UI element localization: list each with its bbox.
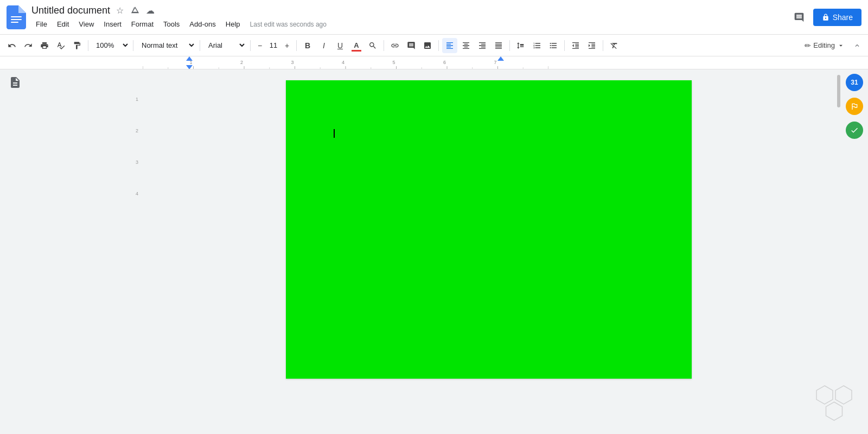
print-button[interactable]	[37, 38, 52, 53]
justify-button[interactable]	[491, 38, 506, 53]
svg-rect-0	[11, 16, 22, 17]
title-bar: Untitled document ☆ ☁ File Edit View Ins…	[0, 0, 868, 35]
document-title-row: Untitled document ☆ ☁	[31, 4, 789, 17]
menu-format[interactable]: Format	[127, 18, 158, 30]
vertical-ruler: 1 2 3 4	[133, 69, 141, 434]
title-icons: ☆ ☁	[113, 4, 157, 17]
editing-mode-select[interactable]: ✏ Editing	[800, 39, 850, 53]
menu-edit[interactable]: Edit	[53, 18, 73, 30]
divider-5	[296, 40, 297, 51]
divider-6	[384, 40, 384, 51]
last-edit-status: Last edit was seconds ago	[250, 21, 327, 28]
title-bar-right: Share	[789, 8, 861, 27]
editing-mode-label: Editing	[813, 41, 835, 49]
calendar-date-number: 31	[851, 79, 858, 86]
svg-rect-2	[11, 22, 18, 23]
numbered-list-button[interactable]	[529, 38, 545, 53]
font-size-decrease-button[interactable]: −	[254, 39, 265, 53]
font-size-increase-button[interactable]: +	[282, 39, 292, 53]
svg-text:2: 2	[240, 60, 243, 65]
line-spacing-button[interactable]	[513, 38, 528, 53]
font-size-area: − +	[254, 38, 293, 53]
divider-8	[509, 40, 510, 51]
menu-help[interactable]: Help	[221, 18, 245, 30]
highlight-button[interactable]	[365, 38, 380, 53]
svg-text:7: 7	[494, 60, 496, 65]
svg-marker-32	[497, 56, 504, 61]
svg-rect-1	[11, 19, 22, 20]
bold-button[interactable]: B	[300, 38, 315, 53]
right-sidebar: 31	[841, 69, 868, 434]
divider-4	[250, 40, 251, 51]
svg-marker-33	[816, 386, 833, 404]
text-cursor	[334, 129, 335, 138]
insert-image-button[interactable]	[420, 38, 435, 53]
menu-file[interactable]: File	[31, 18, 52, 30]
honeycomb-watermark	[814, 383, 857, 423]
svg-marker-31	[186, 65, 193, 69]
font-family-select[interactable]: Arial Times New Roman Georgia	[203, 39, 247, 52]
scrollbar-thumb[interactable]	[837, 75, 840, 107]
paint-format-button[interactable]	[69, 38, 85, 53]
svg-text:4: 4	[342, 60, 344, 65]
insert-comment-button[interactable]	[404, 38, 419, 53]
svg-text:6: 6	[443, 60, 446, 65]
ruler-num-3: 3	[133, 159, 141, 165]
share-button[interactable]: Share	[813, 9, 861, 26]
svg-marker-34	[835, 386, 852, 404]
undo-button[interactable]	[4, 38, 20, 53]
menu-bar: File Edit View Insert Format Tools Add-o…	[31, 18, 789, 30]
document-title[interactable]: Untitled document	[31, 5, 110, 16]
underline-button[interactable]: U	[333, 38, 348, 53]
calendar-addon-button[interactable]: 31	[846, 74, 863, 91]
pencil-icon: ✏	[805, 41, 811, 50]
document-scroll-area[interactable]	[141, 69, 837, 434]
svg-marker-30	[186, 56, 193, 61]
link-button[interactable]	[387, 38, 403, 53]
spellcheck-button[interactable]	[53, 38, 68, 53]
divider-10	[603, 40, 603, 51]
formatting-toolbar: 100% 75% 125% 150% Normal text Heading 1…	[0, 35, 868, 56]
text-color-button[interactable]: A	[349, 38, 364, 53]
ruler: 1 2 3 4 5 6 7	[0, 56, 868, 69]
clear-formatting-button[interactable]	[607, 38, 622, 53]
divider-1	[88, 40, 88, 51]
svg-marker-35	[826, 402, 843, 420]
drive-icon[interactable]	[129, 4, 142, 17]
ruler-num-2: 2	[133, 128, 141, 133]
divider-9	[564, 40, 565, 51]
document-content-area[interactable]	[286, 80, 692, 379]
star-icon[interactable]: ☆	[113, 4, 126, 17]
share-label: Share	[833, 13, 853, 22]
paragraph-style-select[interactable]: Normal text Heading 1 Heading 2 Heading …	[137, 39, 196, 52]
divider-2	[133, 40, 133, 51]
keep-addon-button[interactable]	[846, 122, 863, 139]
align-right-button[interactable]	[475, 38, 490, 53]
tasks-addon-button[interactable]	[846, 98, 863, 115]
ruler-num-4: 4	[133, 191, 141, 196]
svg-text:3: 3	[291, 60, 293, 65]
italic-button[interactable]: I	[316, 38, 331, 53]
menu-insert[interactable]: Insert	[99, 18, 126, 30]
redo-button[interactable]	[21, 38, 36, 53]
decrease-indent-button[interactable]	[568, 38, 583, 53]
menu-tools[interactable]: Tools	[159, 18, 184, 30]
zoom-select[interactable]: 100% 75% 125% 150%	[92, 40, 130, 51]
menu-view[interactable]: View	[74, 18, 98, 30]
cloud-icon[interactable]: ☁	[144, 4, 157, 17]
collapse-toolbar-button[interactable]	[851, 39, 864, 52]
comment-button[interactable]	[789, 8, 809, 27]
bulleted-list-button[interactable]	[546, 38, 561, 53]
align-left-button[interactable]	[442, 38, 457, 53]
divider-7	[438, 40, 439, 51]
svg-text:5: 5	[392, 60, 395, 65]
font-size-input[interactable]	[265, 41, 282, 49]
ruler-num-1: 1	[133, 97, 141, 102]
scrollbar-track[interactable]	[837, 69, 841, 434]
page-outline-icon[interactable]	[9, 76, 22, 91]
increase-indent-button[interactable]	[584, 38, 599, 53]
menu-addons[interactable]: Add-ons	[185, 18, 220, 30]
ruler-ticks: 1 2 3 4 5 6 7	[143, 56, 548, 69]
align-center-button[interactable]	[458, 38, 474, 53]
docs-logo-icon	[7, 5, 26, 29]
